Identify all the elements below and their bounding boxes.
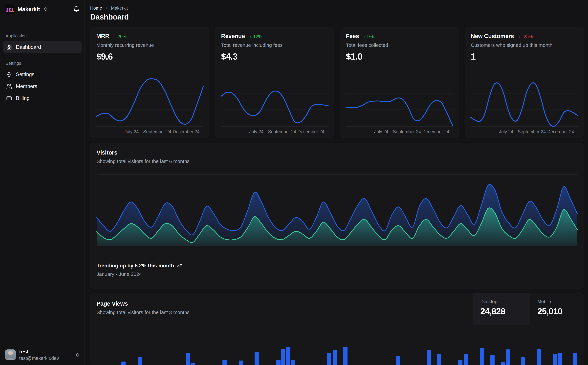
card-subtitle: Total fees collected	[346, 42, 453, 48]
x-tick: December 24	[422, 129, 449, 134]
card-value: $1.0	[346, 51, 453, 62]
bar	[506, 350, 510, 365]
sparkline-chart	[221, 77, 328, 126]
bar	[427, 350, 431, 365]
workspace-name: Makerkit	[18, 6, 40, 12]
chevron-right-icon	[105, 7, 108, 10]
arrow-up-icon: ↑	[114, 34, 116, 39]
bar	[491, 355, 495, 365]
bar	[121, 362, 125, 365]
x-axis: July 24 September 24 December 24	[96, 129, 203, 136]
bar	[396, 356, 400, 365]
sparkline-chart	[346, 77, 453, 126]
user-menu-button[interactable]: test test@makerkit.dev	[0, 345, 84, 365]
mobile-total: 25,010	[537, 306, 584, 316]
page-views-toggles: Desktop 24,828 Mobile 25,010	[473, 293, 584, 325]
revenue-card: Revenue ↑12% Total revenue including fee…	[215, 27, 334, 138]
sidebar-item-dashboard[interactable]: Dashboard	[3, 41, 82, 53]
layout-dashboard-icon	[6, 44, 12, 50]
bar	[501, 362, 505, 365]
sidebar-item-members[interactable]: Members	[3, 80, 82, 92]
bar	[537, 349, 541, 365]
bar	[558, 353, 562, 365]
workspace-selector[interactable]: m Makerkit	[0, 0, 84, 18]
bar	[573, 353, 577, 365]
x-tick: September 24	[393, 129, 421, 134]
visitors-area-chart	[97, 174, 577, 246]
card-value: 1	[471, 51, 578, 62]
bar	[276, 360, 281, 365]
sidebar-nav: Application Dashboard Settings Settings …	[0, 29, 84, 104]
breadcrumb-current: Makerkit	[111, 6, 128, 11]
card-title: MRR	[96, 33, 109, 39]
sidebar: m Makerkit Application Dashboard Setting…	[0, 0, 85, 365]
x-axis: July 24 September 24 December 24	[471, 129, 578, 136]
sidebar-item-label: Billing	[16, 95, 30, 101]
x-axis: July 24 September 24 December 24	[346, 129, 453, 136]
card-subtitle: Customers who signed up this month	[471, 42, 578, 48]
desktop-toggle[interactable]: Desktop 24,828	[473, 293, 530, 325]
visitors-footer: Trending up by 5.2% this month January -…	[97, 263, 577, 277]
bar	[521, 357, 525, 365]
makerkit-logo: m	[5, 4, 14, 14]
x-tick: July 24	[249, 129, 263, 134]
chevrons-up-down-icon	[75, 353, 80, 357]
bar	[291, 360, 295, 365]
bar	[286, 347, 290, 365]
bar	[327, 353, 331, 365]
nav-section-label: Settings	[6, 61, 79, 66]
chevrons-up-down-icon[interactable]	[43, 7, 48, 11]
trend-value: 20%	[118, 34, 126, 39]
page-views-card: Page Views Showing total visitors for th…	[90, 293, 584, 365]
sidebar-item-label: Settings	[16, 71, 35, 77]
x-tick: September 24	[268, 129, 296, 134]
bar	[464, 354, 468, 365]
bar	[553, 354, 557, 365]
credit-card-icon	[6, 95, 12, 101]
visitors-trend-text: Trending up by 5.2% this month	[97, 263, 174, 269]
sidebar-item-label: Members	[16, 83, 37, 89]
bar	[222, 360, 227, 365]
visitors-card: Visitors Showing total visitors for the …	[90, 143, 584, 289]
new-customers-card: New Customers ↓-25% Customers who signed…	[465, 27, 584, 138]
card-title: Revenue	[221, 33, 245, 39]
bar	[138, 357, 142, 365]
sidebar-item-billing[interactable]: Billing	[3, 92, 82, 104]
fees-card: Fees ↑9% Total fees collected $1.0 July …	[340, 27, 459, 138]
bar	[480, 348, 484, 365]
bell-icon[interactable]	[73, 6, 80, 12]
logo-letter: m	[6, 5, 14, 13]
visitors-date-range: January - June 2024	[97, 271, 577, 277]
card-value: $9.6	[96, 51, 203, 62]
bar	[255, 352, 259, 365]
visitors-subtitle: Showing total visitors for the last 6 mo…	[97, 159, 577, 164]
avatar	[5, 350, 16, 360]
mrr-card: MRR ↑20% Monthly recurring revenue $9.6 …	[90, 27, 209, 138]
x-tick: September 24	[143, 129, 171, 134]
sparkline-chart	[471, 77, 578, 126]
main-content: Home Makerkit Dashboard MRR ↑20% Monthly…	[85, 0, 588, 365]
card-value: $4.3	[221, 51, 328, 62]
arrow-up-icon: ↑	[249, 34, 252, 39]
x-tick: July 24	[499, 129, 513, 134]
sidebar-item-settings[interactable]: Settings	[3, 69, 82, 80]
page-views-header: Page Views Showing total visitors for th…	[90, 293, 584, 325]
mobile-toggle[interactable]: Mobile 25,010	[530, 293, 584, 325]
bar	[239, 360, 243, 365]
bar	[437, 354, 441, 365]
nav-section-label: Application	[6, 33, 79, 39]
user-name: test	[19, 349, 59, 355]
card-title: New Customers	[471, 33, 514, 39]
breadcrumb-home-link[interactable]: Home	[90, 6, 102, 11]
arrow-up-icon: ↑	[364, 34, 366, 39]
page-title: Dashboard	[90, 12, 584, 21]
trend-badge: ↓-25%	[519, 34, 533, 39]
sidebar-item-label: Dashboard	[16, 44, 41, 50]
breadcrumb: Home Makerkit	[90, 6, 584, 11]
bar	[281, 349, 285, 365]
bar	[186, 353, 190, 365]
x-tick: December 24	[547, 129, 574, 134]
page-views-title: Page Views	[97, 300, 473, 307]
bar	[458, 360, 463, 365]
x-tick: December 24	[173, 129, 200, 134]
